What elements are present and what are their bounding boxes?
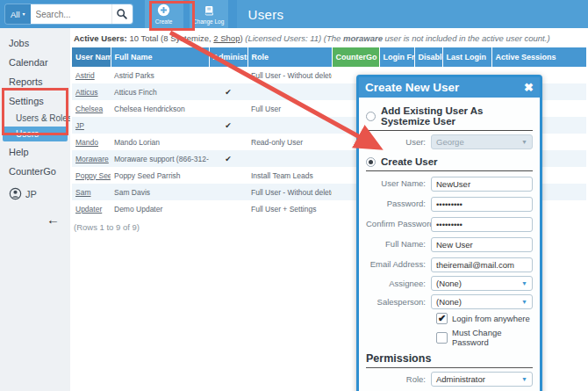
chevron-down-icon: ▾	[23, 11, 25, 17]
admin-check	[209, 134, 247, 150]
licensed-users-note: (Licensed Users: 11)	[245, 33, 321, 43]
plus-circle-icon	[157, 4, 170, 17]
dialog-title: Create New User	[365, 81, 459, 94]
change-log-icon	[203, 4, 215, 17]
user-link[interactable]: Moraware	[75, 155, 109, 163]
shop-users-link[interactable]: 2 Shop	[213, 33, 240, 43]
user-link[interactable]: Mando	[75, 138, 98, 147]
add-existing-user-radio[interactable]	[366, 112, 376, 121]
user-link[interactable]: Updater	[75, 205, 102, 214]
admin-check	[209, 200, 247, 217]
create-user-label: Create User	[381, 156, 438, 167]
assignee-label: Assignee:	[366, 279, 431, 288]
sidebar-item-users[interactable]: Users	[3, 127, 68, 141]
search-scope-label: All	[11, 10, 20, 19]
confirm-password-row: Confirm Password:	[366, 215, 533, 232]
existing-user-select: George ▼	[431, 134, 533, 149]
column-header-disabled[interactable]: Disabled	[414, 47, 442, 67]
admin-check	[209, 100, 247, 117]
create-button[interactable]: Create	[145, 0, 183, 28]
username-field[interactable]	[431, 177, 533, 192]
login-anywhere-row: ✔ Login from anywhere	[436, 313, 533, 324]
column-header-active-sessions[interactable]: Active Sessions	[491, 47, 586, 67]
active-users-summary: Active Users: 10 Total (8 Systemize, 2 S…	[74, 33, 588, 43]
salesperson-value: (None)	[436, 297, 462, 307]
sidebar-item-countergo[interactable]: CounterGo	[0, 162, 70, 181]
assignee-row: Assignee: (None) ▼	[366, 276, 533, 291]
create-new-user-dialog: Create New User ✖ Add Existing User As S…	[356, 75, 542, 391]
salesperson-select[interactable]: (None) ▼	[431, 294, 533, 309]
admin-check: ✔	[209, 83, 247, 100]
back-arrow-icon: ←	[47, 212, 60, 227]
sidebar-item-users-roles[interactable]: Users & Roles	[0, 111, 70, 126]
login-anywhere-label: Login from anywhere	[452, 314, 530, 323]
title-band: Users	[237, 0, 588, 28]
column-header-administrator[interactable]: Administrator	[209, 47, 247, 67]
paren: )	[240, 33, 242, 43]
dialog-body: Add Existing User As Systemize User User…	[359, 98, 540, 391]
must-change-password-checkbox[interactable]	[436, 332, 448, 344]
create-button-label: Create	[155, 18, 173, 25]
sidebar-item-calendar[interactable]: Calendar	[0, 53, 70, 72]
column-header-login-from[interactable]: Login From	[379, 47, 414, 67]
search-scope-dropdown[interactable]: All ▾	[5, 4, 31, 24]
full-name-field[interactable]	[431, 237, 533, 252]
column-header-countergo-user[interactable]: CounterGo User	[332, 47, 379, 67]
salesperson-row: Salesperson: (None) ▼	[366, 294, 533, 309]
must-change-password-label: Must Change Password	[452, 328, 533, 347]
email-row: Email Address:	[366, 256, 533, 272]
existing-user-row: User: George ▼	[366, 134, 533, 149]
confirm-password-field[interactable]	[431, 217, 533, 232]
search-input[interactable]	[31, 4, 111, 24]
confirm-password-label: Confirm Password:	[366, 219, 431, 228]
dialog-header: Create New User ✖	[359, 77, 540, 98]
add-existing-user-section: Add Existing User As Systemize User	[366, 102, 533, 131]
user-link[interactable]: Chelsea	[75, 105, 103, 113]
admin-check	[209, 67, 247, 83]
sidebar-collapse-arrow[interactable]: ←	[0, 205, 70, 227]
sidebar-item-settings[interactable]: Settings	[0, 91, 70, 111]
sidebar-item-jobs[interactable]: Jobs	[0, 33, 70, 53]
column-header-last-login[interactable]: Last Login	[442, 47, 491, 67]
column-header-role[interactable]: Role	[247, 47, 332, 67]
search-button[interactable]	[111, 4, 133, 24]
add-existing-user-label: Add Existing User As Systemize User	[381, 105, 533, 127]
column-header-full-name[interactable]: Full Name	[111, 47, 209, 67]
change-log-button-label: Change Log	[193, 18, 224, 25]
assignee-value: (None)	[436, 279, 462, 288]
username-label: User Name:	[366, 178, 431, 188]
password-row: Password:	[366, 195, 533, 212]
user-link[interactable]: Astrid	[75, 71, 95, 80]
chevron-down-icon: ▼	[521, 376, 527, 382]
user-link[interactable]: Poppy Seed	[75, 171, 111, 180]
moraware-note: (The moraware user is not included in th…	[324, 33, 550, 43]
active-users-label: Active Users:	[74, 33, 127, 43]
login-anywhere-checkbox[interactable]: ✔	[436, 313, 448, 324]
admin-check: ✔	[209, 150, 247, 167]
create-user-radio[interactable]	[366, 157, 376, 167]
user-initials: JP	[25, 189, 37, 199]
password-field[interactable]	[431, 197, 533, 212]
user-link[interactable]: JP	[75, 121, 84, 130]
role-select[interactable]: Administrator ▼	[431, 372, 533, 387]
sidebar-user-menu[interactable]: JP	[0, 181, 70, 205]
salesperson-label: Salesperson:	[366, 297, 431, 307]
username-row: User Name:	[366, 175, 533, 192]
top-bar: All ▾ Create Change Log Users	[0, 0, 588, 28]
user-link[interactable]: Atticus	[75, 88, 98, 97]
close-icon[interactable]: ✖	[524, 82, 534, 93]
full-name-label: Full Name:	[366, 239, 431, 249]
permissions-heading: Permissions	[366, 347, 533, 368]
assignee-select[interactable]: (None) ▼	[431, 276, 533, 291]
sidebar-item-reports[interactable]: Reports	[0, 72, 70, 91]
global-search: All ▾	[5, 4, 133, 24]
change-log-button[interactable]: Change Log	[190, 0, 228, 28]
email-field[interactable]	[431, 257, 533, 272]
user-select-label: User:	[366, 137, 431, 147]
check-icon: ✔	[438, 313, 446, 324]
admin-check	[209, 184, 247, 200]
user-link[interactable]: Sam	[75, 188, 90, 197]
column-header-user-name[interactable]: User Name ▲	[72, 47, 111, 67]
sidebar-item-help[interactable]: Help	[0, 142, 70, 162]
create-user-section: Create User	[366, 153, 533, 171]
